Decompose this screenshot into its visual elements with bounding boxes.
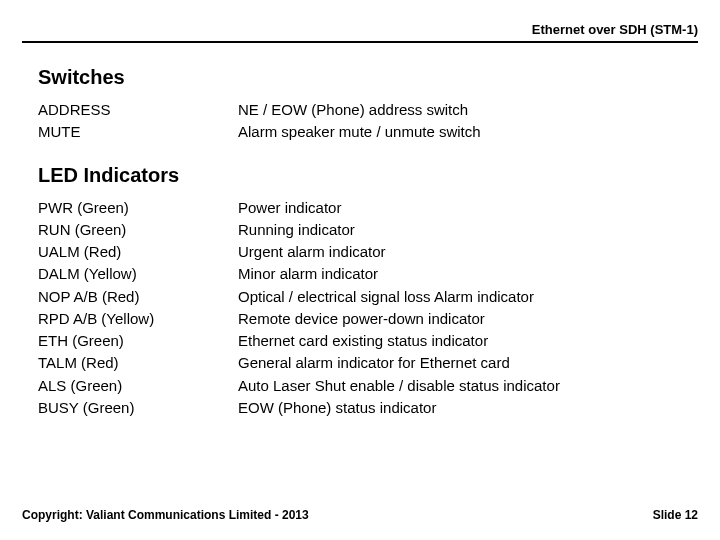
led-desc: Optical / electrical signal loss Alarm i… [238, 286, 690, 308]
led-desc: Running indicator [238, 219, 690, 241]
led-desc: Minor alarm indicator [238, 263, 690, 285]
table-row: ALS (Green) Auto Laser Shut enable / dis… [38, 375, 690, 397]
table-row: BUSY (Green) EOW (Phone) status indicato… [38, 397, 690, 419]
switch-label: MUTE [38, 121, 238, 143]
switch-label: ADDRESS [38, 99, 238, 121]
table-row: NOP A/B (Red) Optical / electrical signa… [38, 286, 690, 308]
led-label: TALM (Red) [38, 352, 238, 374]
footer: Copyright: Valiant Communications Limite… [22, 508, 698, 522]
table-row: ETH (Green) Ethernet card existing statu… [38, 330, 690, 352]
table-row: PWR (Green) Power indicator [38, 197, 690, 219]
table-row: RUN (Green) Running indicator [38, 219, 690, 241]
led-label: ALS (Green) [38, 375, 238, 397]
slide-number: Slide 12 [653, 508, 698, 522]
led-label: NOP A/B (Red) [38, 286, 238, 308]
led-desc: Ethernet card existing status indicator [238, 330, 690, 352]
led-label: PWR (Green) [38, 197, 238, 219]
led-desc: Power indicator [238, 197, 690, 219]
switches-table: ADDRESS NE / EOW (Phone) address switch … [38, 99, 690, 144]
table-row: MUTE Alarm speaker mute / unmute switch [38, 121, 690, 143]
led-desc: Auto Laser Shut enable / disable status … [238, 375, 690, 397]
leds-table: PWR (Green) Power indicator RUN (Green) … [38, 197, 690, 420]
led-label: ETH (Green) [38, 330, 238, 352]
led-label: UALM (Red) [38, 241, 238, 263]
table-row: TALM (Red) General alarm indicator for E… [38, 352, 690, 374]
led-label: RUN (Green) [38, 219, 238, 241]
switch-desc: NE / EOW (Phone) address switch [238, 99, 690, 121]
led-label: BUSY (Green) [38, 397, 238, 419]
slide: Ethernet over SDH (STM-1) Switches ADDRE… [0, 0, 720, 540]
table-row: DALM (Yellow) Minor alarm indicator [38, 263, 690, 285]
led-desc: EOW (Phone) status indicator [238, 397, 690, 419]
led-label: RPD A/B (Yellow) [38, 308, 238, 330]
content-area: Switches ADDRESS NE / EOW (Phone) addres… [38, 58, 690, 419]
led-desc: General alarm indicator for Ethernet car… [238, 352, 690, 374]
header-title: Ethernet over SDH (STM-1) [532, 22, 698, 37]
led-desc: Urgent alarm indicator [238, 241, 690, 263]
led-label: DALM (Yellow) [38, 263, 238, 285]
table-row: UALM (Red) Urgent alarm indicator [38, 241, 690, 263]
led-desc: Remote device power-down indicator [238, 308, 690, 330]
copyright-text: Copyright: Valiant Communications Limite… [22, 508, 309, 522]
table-row: ADDRESS NE / EOW (Phone) address switch [38, 99, 690, 121]
header-bar: Ethernet over SDH (STM-1) [22, 22, 698, 43]
leds-heading: LED Indicators [38, 164, 690, 187]
table-row: RPD A/B (Yellow) Remote device power-dow… [38, 308, 690, 330]
switch-desc: Alarm speaker mute / unmute switch [238, 121, 690, 143]
switches-heading: Switches [38, 66, 690, 89]
